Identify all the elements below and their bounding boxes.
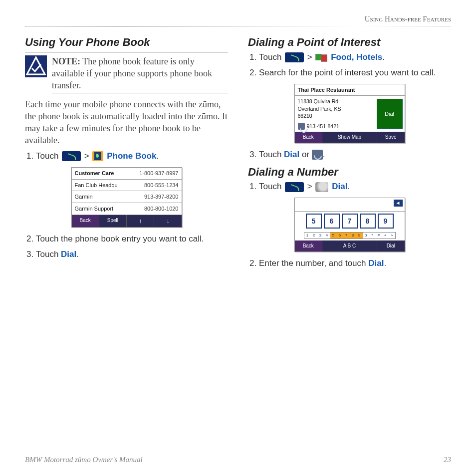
key-5: 5 <box>306 214 322 229</box>
digit: 0 <box>363 233 369 238</box>
heading-phone-book: Using Your Phone Book <box>25 35 228 50</box>
contact-name: Fan Club Headqu <box>72 179 129 191</box>
list-item: Touch Dial or . <box>259 149 451 161</box>
step-text: Enter the number, and touch <box>259 258 368 268</box>
step-text: Touch <box>259 150 284 159</box>
abc-button: A B C <box>322 240 377 251</box>
phonebook-icon <box>92 151 103 161</box>
digit: 8 <box>350 233 356 238</box>
dialer-screenshot: ◄ 5 6 7 8 9 1 2 3 4 5 6 7 8 9 <box>294 198 405 252</box>
screenshot-buttons: Back Spell ↑ ↓ <box>72 215 182 227</box>
list-item: Touch Dial. <box>36 249 228 260</box>
heading-dial-number: Dialing a Number <box>248 165 451 180</box>
digit: 2 <box>311 233 317 238</box>
right-column: Dialing a Point of Interest Touch > Food… <box>248 32 451 273</box>
phonebook-screenshot: Customer Care1-800-937-8997 Fan Club Hea… <box>71 167 182 228</box>
dial-link: Dial <box>284 150 299 159</box>
dial-link: Dial <box>368 258 384 268</box>
call-icon <box>312 150 323 160</box>
up-button: ↑ <box>127 215 154 227</box>
table-row: Fan Club Headqu800-555-1234 <box>72 179 182 191</box>
contact-name: Customer Care <box>72 168 129 179</box>
contact-number: 800-555-1234 <box>129 179 181 191</box>
digit: 4 <box>324 233 330 238</box>
step-text: or <box>299 150 312 159</box>
digit: 5 <box>330 233 337 238</box>
heading-poi: Dialing a Point of Interest <box>248 35 451 50</box>
punct: . <box>347 182 350 191</box>
digit-strip: 1 2 3 4 5 6 7 8 9 0 * # + > <box>295 231 405 240</box>
poi-address: 11838 Quivira Rd Overland Park, KS 66210… <box>295 96 375 132</box>
punct: . <box>76 249 79 259</box>
note-block: NOTE: The phone book feature is only ava… <box>25 55 228 93</box>
list-item: Touch > Phone Book. <box>36 151 228 162</box>
phone-line: 913-451-8421 <box>298 121 372 130</box>
display-bar: ◄ <box>295 198 405 212</box>
divider <box>25 52 228 52</box>
svg-marker-0 <box>27 57 45 74</box>
step-text: Touch <box>259 182 284 191</box>
show-map-button: Show Map <box>322 132 377 143</box>
section-header: Using Hands-free Features <box>25 15 451 27</box>
dial-link: Dial <box>61 249 76 259</box>
list-item: Touch the phone book entry you want to c… <box>36 234 228 245</box>
digit: 9 <box>356 233 363 238</box>
back-button: Back <box>295 240 323 251</box>
down-button: ↓ <box>154 215 181 227</box>
table-row: Garmin Support800-800-1020 <box>72 203 182 215</box>
poi-screenshot: Thai Place Restaurant 11838 Quivira Rd O… <box>294 84 405 143</box>
address-line: 11838 Quivira Rd <box>298 98 372 105</box>
separator: > <box>307 182 315 191</box>
call-icon <box>298 123 305 130</box>
screenshot-buttons: Back A B C Dial <box>295 240 405 251</box>
contact-number: 800-800-1020 <box>129 203 181 215</box>
phonebook-table: Customer Care1-800-937-8997 Fan Club Hea… <box>72 168 182 215</box>
note-icon <box>25 55 47 77</box>
contact-name: Garmin Support <box>72 203 129 215</box>
dial-button: Dial <box>377 99 403 129</box>
screenshot-buttons: Back Show Map Save <box>295 132 405 143</box>
note-label: NOTE: <box>52 56 80 66</box>
digit: * <box>369 233 376 238</box>
list-item: Enter the number, and touch Dial. <box>259 258 451 269</box>
address-line: 66210 <box>298 112 372 119</box>
digit: + <box>382 233 389 238</box>
separator: > <box>84 151 92 161</box>
key-6: 6 <box>324 214 340 229</box>
digit: > <box>389 233 395 238</box>
manual-title: BMW Motorrad zūmo Owner's Manual <box>25 456 143 464</box>
digit: # <box>376 233 382 238</box>
dial-button: Dial <box>377 240 405 251</box>
digit: 7 <box>343 233 350 238</box>
phone-icon <box>62 151 81 161</box>
list-item: Search for the point of interest you wan… <box>259 67 451 79</box>
phone-icon <box>285 52 304 62</box>
page-number: 23 <box>444 456 451 464</box>
food-hotels-link: Food, Hotels <box>331 52 382 62</box>
list-item: Touch > Food, Hotels. <box>259 52 451 63</box>
poi-title: Thai Place Restaurant <box>295 84 405 96</box>
key-9: 9 <box>378 214 394 229</box>
back-button: Back <box>295 132 323 143</box>
table-row: Customer Care1-800-937-8997 <box>72 168 182 179</box>
poi-icon <box>315 52 327 62</box>
dialpad-icon <box>315 182 328 192</box>
punct: . <box>384 258 386 268</box>
table-row: Garmin913-397-8200 <box>72 191 182 203</box>
address-line: Overland Park, KS <box>298 105 372 112</box>
back-button: Back <box>72 215 99 227</box>
digit: 3 <box>317 233 324 238</box>
list-item: Touch > Dial. <box>259 181 451 193</box>
contact-name: Garmin <box>72 191 129 203</box>
spell-button: Spell <box>99 215 127 227</box>
step-text: Touch <box>36 249 61 259</box>
phone-icon <box>285 182 304 192</box>
backspace-icon: ◄ <box>394 200 403 207</box>
page-footer: BMW Motorrad zūmo Owner's Manual 23 <box>25 456 451 464</box>
separator: > <box>307 52 315 62</box>
digit: 6 <box>337 233 343 238</box>
body-paragraph: Each time your mobile phone connects wit… <box>25 98 228 147</box>
punct: . <box>156 151 159 161</box>
step-text: Touch <box>259 52 284 62</box>
dial-link: Dial <box>332 182 347 191</box>
